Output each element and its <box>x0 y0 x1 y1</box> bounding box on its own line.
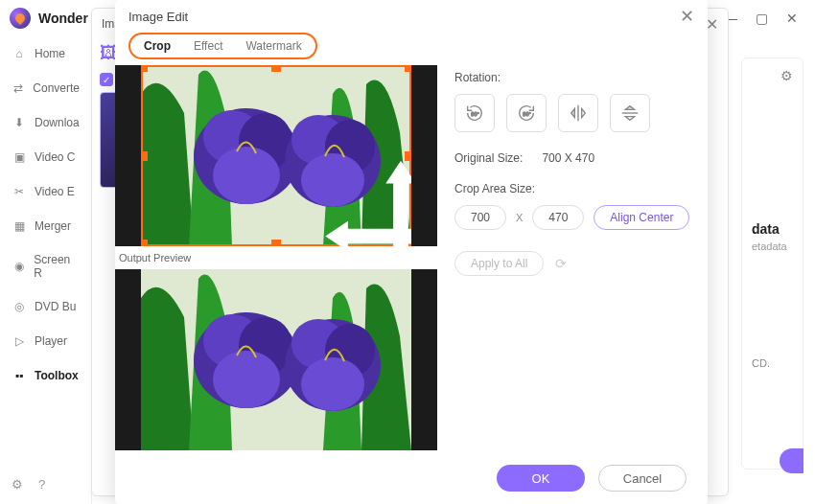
metadata-heading: data <box>752 221 793 237</box>
sidebar-item-label: Video E <box>35 185 75 198</box>
sidebar-item-dvd-burner[interactable]: ◎DVD Bu <box>0 289 91 324</box>
thumbnail-checkbox[interactable]: ✓ <box>100 73 113 86</box>
window-close-button[interactable]: ✕ <box>779 7 805 30</box>
dimension-separator: X <box>516 212 523 223</box>
sidebar-item-toolbox[interactable]: ▪▪Toolbox <box>0 358 91 393</box>
svg-point-17 <box>301 357 364 411</box>
dialog-close-button[interactable]: ✕ <box>680 6 694 27</box>
crop-height-input[interactable] <box>532 205 584 230</box>
sidebar-item-label: DVD Bu <box>35 300 76 313</box>
svg-text:90°: 90° <box>523 111 530 117</box>
output-preview-label: Output Preview <box>115 246 437 269</box>
convert-icon: ⇄ <box>12 80 25 96</box>
sidebar-item-label: Merger <box>35 219 71 233</box>
sidebar-item-merger[interactable]: ▦Merger <box>0 209 91 243</box>
sidebar-item-label: Player <box>35 334 67 348</box>
action-button-partial[interactable] <box>780 448 803 473</box>
metadata-subheading: etadata <box>752 241 793 252</box>
sidebar-item-label: Downloa <box>35 116 80 129</box>
original-size-value: 700 X 470 <box>542 151 594 165</box>
reset-icon[interactable]: ⟳ <box>555 256 567 271</box>
crop-width-input[interactable] <box>454 205 506 230</box>
flip-horizontal-button[interactable] <box>558 94 598 132</box>
sidebar-item-label: Converte <box>33 81 80 95</box>
sidebar-item-label: Home <box>35 47 65 60</box>
align-center-button[interactable]: Align Center <box>594 205 689 230</box>
tab-effect[interactable]: Effect <box>194 39 222 53</box>
edit-tabs: Crop Effect Watermark <box>128 33 317 59</box>
image-edit-dialog: Image Edit ✕ Crop Effect Watermark <box>115 0 708 504</box>
ok-button[interactable]: OK <box>497 465 585 492</box>
merge-icon: ▦ <box>12 218 27 234</box>
compress-icon: ▣ <box>12 149 27 165</box>
original-size-label: Original Size: <box>454 151 523 165</box>
dialog-title: Image Edit <box>128 10 188 24</box>
tab-crop[interactable]: Crop <box>144 39 171 53</box>
help-icon[interactable]: ? <box>38 477 56 494</box>
scissors-icon: ✂ <box>12 184 27 199</box>
cancel-button[interactable]: Cancel <box>598 465 687 492</box>
sidebar-item-video-editor[interactable]: ✂Video E <box>0 174 91 209</box>
move-cursor-icon <box>266 146 411 247</box>
settings-icon[interactable]: ⚙ <box>12 477 29 494</box>
sidebar-item-label: Video C <box>35 150 75 164</box>
rotate-left-button[interactable]: 90° <box>454 94 495 132</box>
app-logo <box>10 8 31 29</box>
crop-preview[interactable] <box>115 65 437 246</box>
apply-to-all-button[interactable]: Apply to All <box>454 251 544 276</box>
home-icon: ⌂ <box>12 46 27 61</box>
sidebar-item-home[interactable]: ⌂Home <box>0 36 91 71</box>
app-title: Wonder <box>38 11 88 26</box>
download-icon: ⬇ <box>12 115 27 130</box>
svg-text:90°: 90° <box>471 111 478 117</box>
sidebar-item-downloader[interactable]: ⬇Downloa <box>0 105 91 140</box>
rotation-label: Rotation: <box>454 71 694 84</box>
record-icon: ◉ <box>12 259 26 274</box>
rotate-right-button[interactable]: 90° <box>506 94 547 132</box>
sidebar-item-video-compressor[interactable]: ▣Video C <box>0 140 91 174</box>
sidebar: ⌂Home ⇄Converte ⬇Downloa ▣Video C ✂Video… <box>0 36 92 504</box>
toolbox-icon: ▪▪ <box>12 368 27 383</box>
crop-area-size-label: Crop Area Size: <box>454 182 694 195</box>
output-preview <box>115 269 437 450</box>
play-icon: ▷ <box>12 333 27 349</box>
metadata-panel: ⚙ data etadata CD. <box>741 57 803 470</box>
sidebar-item-converter[interactable]: ⇄Converte <box>0 71 91 105</box>
tab-watermark[interactable]: Watermark <box>245 39 301 53</box>
sidebar-item-label: Toolbox <box>35 369 79 382</box>
disc-icon: ◎ <box>12 299 27 314</box>
metadata-note: CD. <box>752 357 793 369</box>
sidebar-item-label: Screen R <box>34 253 80 280</box>
window-maximize-button[interactable]: ▢ <box>748 7 775 30</box>
sidebar-item-screen-recorder[interactable]: ◉Screen R <box>0 243 91 289</box>
panel-settings-icon[interactable]: ⚙ <box>780 68 793 83</box>
svg-point-13 <box>213 351 280 408</box>
sidebar-item-player[interactable]: ▷Player <box>0 324 91 358</box>
flip-vertical-button[interactable] <box>610 94 650 132</box>
